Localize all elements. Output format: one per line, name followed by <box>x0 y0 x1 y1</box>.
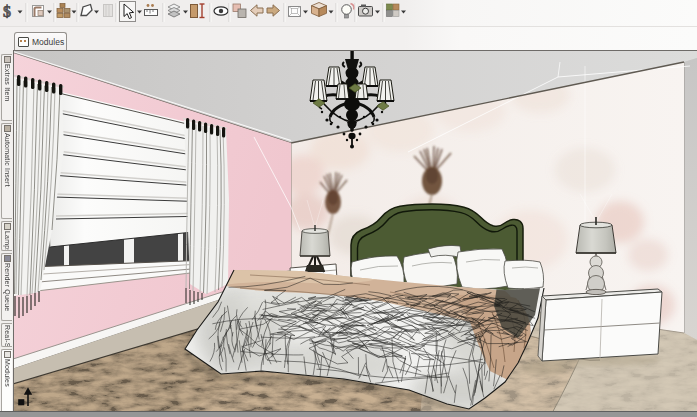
svg-text:$: $ <box>3 3 11 20</box>
